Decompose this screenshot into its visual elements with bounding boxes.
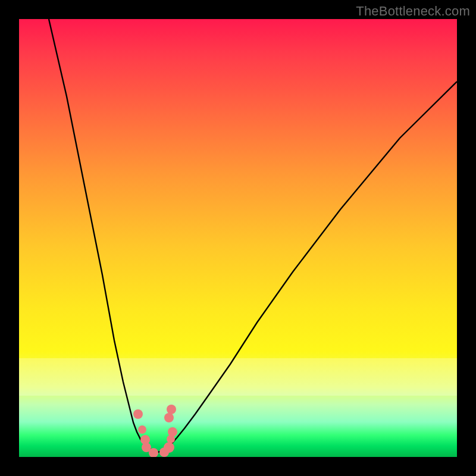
plot-area bbox=[19, 19, 457, 457]
data-marker bbox=[138, 425, 146, 434]
data-marker bbox=[167, 405, 176, 414]
curve-layer bbox=[19, 19, 457, 457]
watermark-text: TheBottleneck.com bbox=[356, 4, 470, 19]
data-marker bbox=[164, 442, 174, 453]
curve-right-branch bbox=[167, 82, 457, 447]
curve-left-branch bbox=[49, 19, 149, 447]
data-marker bbox=[164, 413, 174, 422]
chart-frame: TheBottleneck.com bbox=[0, 0, 476, 476]
data-marker bbox=[133, 409, 143, 419]
data-markers bbox=[133, 405, 177, 457]
data-marker bbox=[168, 427, 177, 437]
